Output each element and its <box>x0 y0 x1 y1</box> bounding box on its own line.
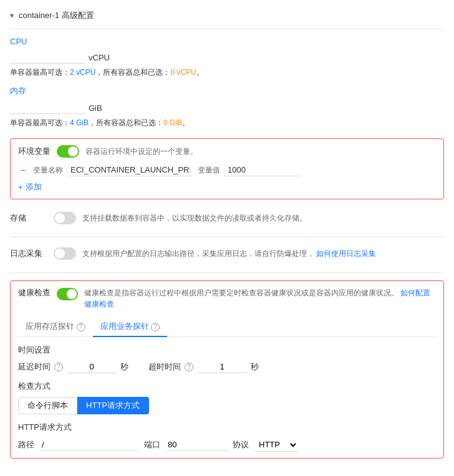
memory-input-row: GiB <box>10 102 444 114</box>
memory-unit: GiB <box>89 103 102 113</box>
delay-input[interactable] <box>67 361 117 373</box>
method-http-button[interactable]: HTTP请求方式 <box>77 397 149 414</box>
path-input[interactable] <box>39 439 139 451</box>
storage-divider <box>10 237 444 237</box>
log-desc: 支持根据用户配置的日志输出路径，采集应用日志，请自行防爆处理， 如何使用日志采集 <box>82 249 376 259</box>
section-title: container-1 高级配置 <box>19 10 94 21</box>
health-desc: 健康检查是指容器运行过程中根据用户需要定时检查容器健康状况或是容器内应用的健康状… <box>84 287 436 310</box>
env-name-input[interactable] <box>68 164 193 176</box>
port-label: 端口 <box>144 439 160 450</box>
health-section: 健康检查 健康检查是指容器运行过程中根据用户需要定时检查容器健康状况或是容器内应… <box>10 280 444 459</box>
time-label: 时间设置 <box>18 345 436 356</box>
divider <box>10 29 444 29</box>
tab-business-hint[interactable]: ? <box>151 323 160 331</box>
chevron-icon: ▾ <box>10 11 14 20</box>
time-row: 延迟时间 ? 秒 超时时间 ? 秒 <box>18 361 436 373</box>
storage-toggle[interactable] <box>54 212 76 224</box>
timeout-hint-icon[interactable]: ? <box>185 363 193 371</box>
memory-input[interactable] <box>10 102 85 114</box>
protocol-select[interactable]: HTTP HTTPS <box>254 438 298 452</box>
tab-survival-hint[interactable]: ? <box>77 323 85 331</box>
method-cmd-button[interactable]: 命令行脚本 <box>18 397 77 414</box>
log-label: 日志采集 <box>10 248 47 259</box>
env-label: 环境变量 <box>18 146 51 157</box>
http-label: HTTP请求方式 <box>18 422 436 433</box>
health-tabs: 应用存活探针 ? 应用业务探针 ? <box>18 317 436 337</box>
timeout-input[interactable] <box>197 361 247 373</box>
delay-unit: 秒 <box>120 361 128 373</box>
env-toggle[interactable] <box>57 145 79 158</box>
tab-business[interactable]: 应用业务探针 ? <box>93 317 168 337</box>
env-name-label: 变量名称 <box>33 165 63 176</box>
memory-label: 内存 <box>10 85 444 97</box>
log-toggle[interactable] <box>54 247 76 260</box>
timeout-label: 超时时间 <box>148 361 181 373</box>
storage-desc: 支持挂载数据卷到容器中，以实现数据文件的读取或者持久化存储。 <box>82 213 307 224</box>
env-row: － 变量名称 变量值 <box>18 164 436 176</box>
timeout-unit: 秒 <box>251 361 259 373</box>
storage-section: 存储 支持挂载数据卷到容器中，以实现数据文件的读取或者持久化存储。 <box>10 209 444 227</box>
check-method-section: 检查方式 命令行脚本 HTTP请求方式 <box>18 381 436 414</box>
log-divider <box>10 272 444 273</box>
cpu-section: CPU vCPU 单容器最高可选：2 vCPU，所有容器总和已选：0 vCPU。 <box>10 37 444 78</box>
add-icon: + <box>18 183 23 192</box>
delay-hint-icon[interactable]: ? <box>54 363 63 371</box>
http-section: HTTP请求方式 路径 端口 协议 HTTP HTTPS <box>18 422 436 452</box>
env-desc: 容器运行环境中设定的一个变量。 <box>85 146 198 157</box>
tab-survival[interactable]: 应用存活探针 ? <box>18 317 93 337</box>
section-header[interactable]: ▾ container-1 高级配置 <box>10 5 444 26</box>
cpu-input[interactable] <box>10 51 85 64</box>
port-input[interactable] <box>165 439 228 451</box>
cpu-hint: 单容器最高可选：2 vCPU，所有容器总和已选：0 vCPU。 <box>10 67 444 78</box>
health-label: 健康检查 <box>18 287 51 298</box>
protocol-label: 协议 <box>233 439 249 450</box>
env-section: 环境变量 容器运行环境中设定的一个变量。 － 变量名称 变量值 + 添加 <box>10 138 444 199</box>
env-remove-button[interactable]: － <box>18 165 28 175</box>
env-header: 环境变量 容器运行环境中设定的一个变量。 <box>18 145 436 158</box>
cpu-unit: vCPU <box>89 53 110 62</box>
env-add-button[interactable]: + 添加 <box>18 181 436 193</box>
cpu-input-row: vCPU <box>10 51 444 64</box>
memory-hint: 单容器最高可选：4 GiB，所有容器总和已选：0 GiB。 <box>10 118 444 128</box>
check-method-label: 检查方式 <box>18 381 436 392</box>
cpu-label: CPU <box>10 37 444 46</box>
add-label: 添加 <box>26 181 42 193</box>
method-btn-group: 命令行脚本 HTTP请求方式 <box>18 397 436 414</box>
time-section: 时间设置 延迟时间 ? 秒 超时时间 ? 秒 <box>18 345 436 373</box>
http-row: 路径 端口 协议 HTTP HTTPS <box>18 438 436 452</box>
health-header: 健康检查 健康检查是指容器运行过程中根据用户需要定时检查容器健康状况或是容器内应… <box>18 287 436 310</box>
log-section: 日志采集 支持根据用户配置的日志输出路径，采集应用日志，请自行防爆处理， 如何使… <box>10 245 444 262</box>
memory-section: 内存 GiB 单容器最高可选：4 GiB，所有容器总和已选：0 GiB。 <box>10 85 444 128</box>
path-label: 路径 <box>18 439 34 450</box>
health-toggle[interactable] <box>57 288 78 300</box>
storage-label: 存储 <box>10 212 47 224</box>
log-link[interactable]: 如何使用日志采集 <box>316 249 376 258</box>
env-value-input[interactable] <box>225 164 300 176</box>
delay-label: 延迟时间 <box>18 361 51 373</box>
env-value-label: 变量值 <box>198 165 220 176</box>
